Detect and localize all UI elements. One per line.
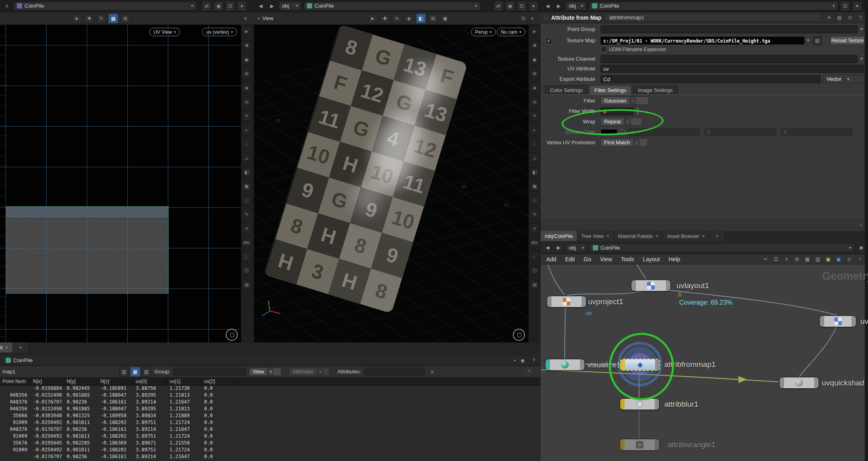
export-icon[interactable]: ▣ — [824, 255, 833, 264]
pane-tab-menu-icon[interactable]: ≡ — [2, 2, 11, 10]
points-mode-button[interactable]: ▥ — [119, 367, 129, 377]
visualizer-icon[interactable]: ✎ — [530, 209, 539, 219]
close-icon[interactable]: ✕ — [655, 234, 658, 238]
snap-icon[interactable]: ◉ — [242, 55, 251, 64]
export-attribute-field[interactable]: Cd — [600, 75, 821, 83]
node-input-flag[interactable] — [631, 280, 636, 291]
maximize-pane-icon[interactable]: ⊡ — [840, 1, 850, 11]
handles-icon[interactable]: ✚ — [530, 41, 539, 50]
camera-selector[interactable]: No cam▾ — [497, 28, 525, 36]
notes-icon[interactable]: ▣ — [834, 255, 843, 264]
column-header[interactable]: uv[1] — [167, 378, 202, 385]
render-view-icon[interactable]: ◉ — [440, 14, 450, 23]
scene-viewport[interactable]: 8G13FF12G1311G41210H10119G9108H89H3H8 -1… — [254, 25, 529, 342]
node-output-flag[interactable] — [655, 439, 659, 450]
node-uvquickshade1[interactable] — [779, 377, 819, 389]
close-icon[interactable]: ✕ — [5, 345, 8, 350]
node-output-flag[interactable] — [655, 399, 659, 410]
param-tab[interactable]: Image Settings — [633, 85, 678, 94]
appearance-icon[interactable]: ◐ — [242, 125, 251, 135]
export-type-combo[interactable]: Vector ▾ — [823, 75, 865, 83]
back-icon[interactable]: ◀ — [543, 243, 552, 252]
group-list-icon[interactable]: ≡ — [242, 223, 251, 233]
snip-icon[interactable]: ✂ — [761, 255, 770, 264]
menu-item[interactable]: View — [598, 256, 614, 262]
node-output-flag[interactable] — [655, 359, 660, 370]
param-tab[interactable]: Color Settings — [545, 85, 588, 94]
column-header[interactable]: uv[0] — [133, 378, 167, 385]
link-pane-icon[interactable]: ⇄ — [494, 1, 503, 11]
texture-channel-field[interactable] — [600, 55, 858, 63]
column-header[interactable]: Point Num — [0, 378, 31, 385]
view-tool-icon[interactable]: ► — [530, 27, 539, 36]
move-tool-icon[interactable]: ✚ — [380, 14, 390, 23]
node-output-flag[interactable] — [580, 359, 584, 370]
info-icon[interactable]: ⓘ — [242, 266, 251, 275]
link-pane-icon[interactable]: ⇄ — [202, 1, 212, 11]
tab-spreadsheet[interactable]: et✕ — [0, 342, 13, 352]
info-icon[interactable]: ⓘ — [530, 266, 539, 275]
uv-view-selector[interactable]: UV View▾ — [149, 28, 180, 36]
node-output-flag[interactable] — [666, 280, 670, 291]
param-tab[interactable]: Filter Settings — [589, 85, 631, 94]
node-uv-edge[interactable] — [819, 316, 856, 327]
pane-divider[interactable]: ◔ — [541, 220, 868, 231]
grid-snap-icon[interactable]: ⊞ — [242, 69, 251, 78]
grid-toggle-icon[interactable]: ▤ — [530, 280, 539, 289]
table-row[interactable]: 35666 -0.0303048 0.981325 -0.189958 3.89… — [0, 412, 541, 419]
node-output-flag[interactable] — [814, 377, 819, 388]
snap-toggle-icon[interactable]: ⊞ — [120, 14, 130, 23]
pane-menu-icon[interactable]: ▾ — [237, 1, 247, 11]
camera-icon[interactable]: ◎ — [530, 97, 539, 107]
grid-view-icon[interactable]: ⊞ — [792, 255, 801, 264]
node-uvlayout1[interactable] — [631, 280, 671, 291]
column-header[interactable]: uv[2] — [202, 378, 235, 385]
appearance-icon[interactable]: ◐ — [530, 125, 539, 135]
sheet-rows[interactable]: -0.0156884 0.982445 -0.185891 3.88756 1.… — [0, 385, 541, 461]
group-field[interactable] — [174, 368, 246, 375]
table-row[interactable]: 91009 -0.0250492 0.981811 -0.188202 3.89… — [0, 433, 541, 440]
grip-icon[interactable]: ∷ — [544, 14, 548, 21]
new-tab-button[interactable]: + — [13, 342, 29, 352]
rotate-tool-icon[interactable]: ↻ — [392, 14, 402, 23]
uv-viewport[interactable]: UV View▾ uv (vertex)▾ — [0, 25, 241, 342]
menu-item[interactable]: Help — [667, 256, 682, 262]
shade-mode-icon[interactable]: ◧ — [530, 167, 539, 177]
help-icon[interactable]: ? — [529, 356, 538, 365]
udim-checkbox[interactable] — [600, 46, 607, 52]
network-canvas[interactable]: Geometry — [541, 264, 868, 461]
node-visualize1[interactable] — [545, 359, 585, 371]
recent-icon[interactable]: ◔ — [855, 255, 864, 264]
camera-icon[interactable]: ◎ — [242, 97, 251, 107]
border-b-field[interactable]: 0 — [781, 128, 852, 136]
ruler-icon[interactable]: ∟ — [530, 252, 539, 261]
slider-handle[interactable] — [637, 108, 638, 114]
display-normals-icon[interactable]: ⊥ — [530, 153, 539, 163]
move-tool-icon[interactable]: ✚ — [84, 14, 94, 23]
attributes-field[interactable] — [364, 368, 425, 375]
table-row[interactable]: 048376 -0.0176797 0.98236 -0.186161 3.89… — [0, 426, 541, 433]
viewport-options-icon[interactable]: ≡ — [528, 14, 537, 23]
border-g-field[interactable]: 0 — [705, 128, 776, 136]
attribute-menu-icon[interactable]: ≡ — [428, 367, 437, 376]
select-tool-icon[interactable]: ► — [368, 14, 378, 23]
tab-material-palette[interactable]: Material Palette✕ — [614, 231, 663, 241]
gear-icon[interactable]: ✳ — [825, 13, 833, 22]
point-group-field[interactable] — [600, 25, 858, 33]
prims-mode-button[interactable]: ▧ — [142, 367, 151, 377]
new-tab-button[interactable]: + — [709, 231, 725, 241]
reload-texture-button[interactable]: Reload Texture — [830, 36, 865, 45]
texture-map-field[interactable]: c:/SM_Proj1/01 - WORK/CurrencyRender/SBS… — [600, 37, 805, 45]
scene-path-obj-combo[interactable]: obj▾ — [279, 2, 301, 10]
pin-pane-icon[interactable]: ◉ — [505, 1, 515, 11]
display-points-icon[interactable]: ∴ — [530, 139, 539, 149]
grid-snap-icon[interactable]: ⊞ — [530, 69, 539, 78]
forward-icon[interactable]: ▶ — [268, 2, 276, 10]
table-row[interactable]: 048356 -0.0232498 0.981885 -0.188047 3.8… — [0, 406, 541, 412]
pane-menu-icon[interactable]: ▾ — [852, 1, 862, 11]
node-attribwrangle1[interactable]: ≈ — [620, 439, 660, 451]
node-output-flag[interactable] — [582, 296, 586, 307]
intrinsics-combo[interactable]: Intrinsics ▾ — [289, 368, 329, 376]
node-input-flag[interactable] — [620, 439, 625, 450]
file-chooser-icon[interactable]: ▤ — [813, 36, 822, 45]
